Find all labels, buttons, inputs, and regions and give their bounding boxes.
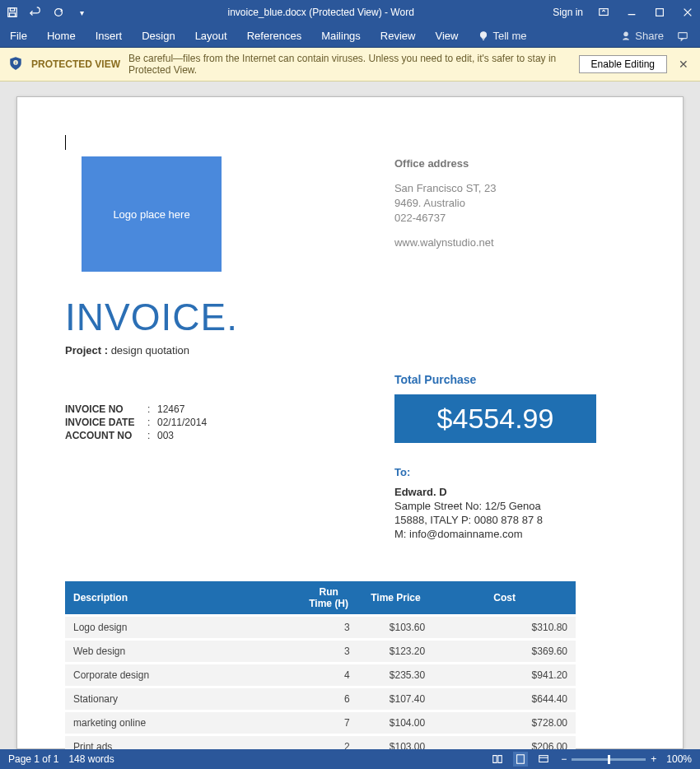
tab-layout[interactable]: Layout [195,30,227,42]
item-run: 3 [300,641,358,662]
undo-icon[interactable] [28,5,43,20]
close-icon[interactable] [680,5,695,20]
save-icon[interactable] [5,5,20,20]
text-cursor [65,135,635,150]
svg-point-3 [55,9,63,16]
ribbon-tabs: File Home Insert Design Layout Reference… [0,25,700,48]
qat-customize-icon[interactable]: ▾ [74,5,89,20]
document-page: Logo place here INVOICE. Project : desig… [16,96,684,749]
svg-rect-1 [10,8,14,12]
account-no-value: 003 [157,429,174,442]
item-cost: $206.00 [433,736,576,749]
zoom-slider[interactable]: − + [561,753,656,765]
share-icon [620,30,632,42]
office-website: www.walynstudio.net [394,235,497,250]
table-row: Stationary6$107.40$644.40 [65,688,576,710]
project-line: Project : design quotation [65,344,238,357]
item-cost: $644.40 [433,688,576,710]
item-desc: Web design [65,641,300,662]
document-area[interactable]: Logo place here INVOICE. Project : desig… [0,82,700,749]
title-bar: ▾ invoice_blue.docx (Protected View) - W… [0,0,700,25]
item-price: $103.60 [358,617,433,638]
logo-placeholder: Logo place here [82,156,222,272]
item-price: $107.40 [358,688,433,710]
tab-mailings[interactable]: Mailings [321,30,361,42]
project-label: Project : [65,344,108,357]
item-price: $123.20 [358,641,433,662]
invoice-date-value: 02/11/2014 [157,416,207,429]
word-count[interactable]: 148 words [68,753,114,765]
status-bar: Page 1 of 1 148 words − + 100% [0,749,700,769]
item-desc: marketing online [65,712,300,734]
svg-rect-15 [539,756,548,762]
recipient-city: 15888, ITALY P: 0080 878 87 8 [394,513,635,527]
tab-review[interactable]: Review [380,30,416,42]
tab-insert[interactable]: Insert [96,30,123,42]
item-desc: Logo design [65,617,300,638]
invoice-fields: INVOICE NO:12467 INVOICE DATE:02/11/2014… [65,403,345,442]
print-layout-icon[interactable] [513,752,528,767]
col-cost: Cost [433,581,576,614]
svg-rect-11 [679,32,688,38]
redo-icon[interactable] [51,5,66,20]
page-status[interactable]: Page 1 of 1 [8,753,58,765]
zoom-percent[interactable]: 100% [666,753,692,765]
recipient-block: Edward. D Sample Street No: 12/5 Genoa 1… [394,485,635,541]
item-cost: $728.00 [433,712,576,734]
account-no-label: ACCOUNT NO [65,429,147,442]
invoice-date-label: INVOICE DATE [65,416,147,429]
protected-view-label: PROTECTED VIEW [31,58,120,70]
comments-icon[interactable] [675,29,690,44]
item-desc: Print ads [65,736,300,749]
zoom-track[interactable] [572,758,646,761]
zoom-out-icon[interactable]: − [561,753,567,765]
tell-me-label: Tell me [492,30,526,42]
minimize-icon[interactable] [624,5,639,20]
window-title: invoice_blue.docx (Protected View) - Wor… [89,7,553,18]
table-row: Print ads2$103.00$206.00 [65,736,576,749]
close-warning-icon[interactable]: ✕ [675,58,692,71]
item-cost: $941.20 [433,664,576,686]
enable-editing-button[interactable]: Enable Editing [579,55,667,73]
ribbon-display-icon[interactable] [596,5,611,20]
col-run: Run Time (H) [300,581,358,614]
svg-rect-2 [10,13,16,16]
recipient-email: M: info@domainname.com [394,527,635,541]
total-purchase-value: $4554.99 [394,394,596,443]
shield-icon: i [8,56,23,73]
item-price: $235.30 [358,664,433,686]
item-desc: Stationary [65,688,300,710]
svg-rect-14 [517,755,525,764]
tab-file[interactable]: File [10,30,27,42]
tab-design[interactable]: Design [142,30,175,42]
tab-home[interactable]: Home [47,30,76,42]
table-row: Logo design3$103.60$310.80 [65,617,576,638]
sign-in-button[interactable]: Sign in [553,7,583,18]
item-run: 7 [300,712,358,734]
invoice-no-label: INVOICE NO [65,403,147,416]
web-layout-icon[interactable] [536,752,551,767]
maximize-icon[interactable] [652,5,667,20]
read-mode-icon[interactable] [490,752,505,767]
office-line2: 9469. Australio [394,196,497,211]
recipient-name: Edward. D [394,485,635,499]
col-price: Time Price [358,581,433,614]
item-price: $103.00 [358,736,433,749]
recipient-addr: Sample Street No: 12/5 Genoa [394,499,635,513]
svg-rect-6 [656,9,664,16]
col-desc: Description [65,581,300,614]
zoom-thumb[interactable] [608,755,610,764]
items-table: Description Run Time (H) Time Price Cost… [65,579,576,749]
zoom-in-icon[interactable]: + [651,753,656,765]
invoice-no-value: 12467 [157,403,184,416]
office-title: Office address [394,156,497,171]
tell-me[interactable]: Tell me [478,30,526,42]
tab-view[interactable]: View [435,30,458,42]
item-price: $104.00 [358,712,433,734]
invoice-heading: INVOICE. [65,295,238,339]
tab-references[interactable]: References [247,30,301,42]
item-desc: Corporate design [65,664,300,686]
office-line1: San Francisco ST, 23 [394,181,497,196]
share-label: Share [635,30,664,42]
share-button[interactable]: Share [620,30,664,42]
